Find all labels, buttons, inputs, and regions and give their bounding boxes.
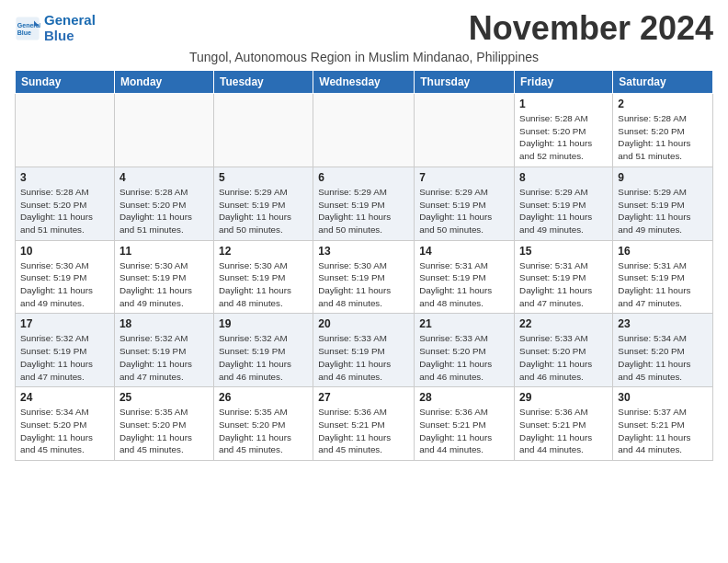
table-cell: 30Sunrise: 5:37 AM Sunset: 5:21 PM Dayli… — [613, 387, 713, 461]
table-cell: 7Sunrise: 5:29 AM Sunset: 5:19 PM Daylig… — [415, 167, 515, 240]
svg-text:Blue: Blue — [17, 29, 31, 36]
day-number: 16 — [618, 245, 708, 258]
day-number: 9 — [618, 171, 708, 184]
day-header-row: Sunday Monday Tuesday Wednesday Thursday… — [16, 71, 713, 94]
table-cell — [415, 94, 515, 167]
table-cell: 28Sunrise: 5:36 AM Sunset: 5:21 PM Dayli… — [415, 387, 515, 461]
table-cell: 16Sunrise: 5:31 AM Sunset: 5:19 PM Dayli… — [613, 240, 713, 314]
table-cell: 12Sunrise: 5:30 AM Sunset: 5:19 PM Dayli… — [213, 240, 313, 314]
week-row-5: 24Sunrise: 5:34 AM Sunset: 5:20 PM Dayli… — [16, 387, 713, 461]
table-cell: 23Sunrise: 5:34 AM Sunset: 5:20 PM Dayli… — [613, 314, 713, 387]
day-info: Sunrise: 5:32 AM Sunset: 5:19 PM Dayligh… — [20, 332, 109, 383]
table-cell: 11Sunrise: 5:30 AM Sunset: 5:19 PM Dayli… — [114, 240, 213, 314]
table-cell: 20Sunrise: 5:33 AM Sunset: 5:19 PM Dayli… — [313, 314, 415, 387]
day-number: 29 — [519, 391, 608, 404]
day-number: 17 — [20, 317, 109, 330]
table-cell: 21Sunrise: 5:33 AM Sunset: 5:20 PM Dayli… — [415, 314, 515, 387]
day-info: Sunrise: 5:28 AM Sunset: 5:20 PM Dayligh… — [519, 112, 608, 163]
day-number: 26 — [219, 391, 308, 404]
subtitle: Tungol, Autonomous Region in Muslim Mind… — [15, 50, 713, 64]
logo: General Blue General Blue — [15, 13, 96, 43]
header: General Blue General Blue November 2024 — [15, 9, 713, 48]
day-number: 24 — [20, 391, 109, 404]
logo-line1: General — [44, 12, 96, 28]
day-info: Sunrise: 5:37 AM Sunset: 5:21 PM Dayligh… — [618, 406, 708, 456]
day-info: Sunrise: 5:32 AM Sunset: 5:19 PM Dayligh… — [119, 332, 209, 383]
table-cell: 26Sunrise: 5:35 AM Sunset: 5:20 PM Dayli… — [213, 387, 313, 461]
day-number: 25 — [119, 391, 209, 404]
day-number: 8 — [519, 171, 608, 184]
header-monday: Monday — [114, 71, 213, 94]
table-cell: 4Sunrise: 5:28 AM Sunset: 5:20 PM Daylig… — [114, 167, 213, 240]
day-number: 21 — [419, 317, 509, 330]
day-number: 30 — [618, 391, 708, 404]
day-number: 27 — [318, 391, 409, 404]
table-cell — [16, 94, 115, 167]
day-info: Sunrise: 5:34 AM Sunset: 5:20 PM Dayligh… — [20, 406, 109, 456]
day-info: Sunrise: 5:28 AM Sunset: 5:20 PM Dayligh… — [20, 186, 109, 236]
header-saturday: Saturday — [613, 71, 713, 94]
table-cell: 5Sunrise: 5:29 AM Sunset: 5:19 PM Daylig… — [213, 167, 313, 240]
table-cell — [313, 94, 415, 167]
table-cell: 27Sunrise: 5:36 AM Sunset: 5:21 PM Dayli… — [313, 387, 415, 461]
logo-icon: General Blue — [15, 16, 40, 41]
day-number: 28 — [419, 391, 509, 404]
week-row-2: 3Sunrise: 5:28 AM Sunset: 5:20 PM Daylig… — [16, 167, 713, 240]
day-info: Sunrise: 5:35 AM Sunset: 5:20 PM Dayligh… — [119, 406, 209, 456]
week-row-4: 17Sunrise: 5:32 AM Sunset: 5:19 PM Dayli… — [16, 314, 713, 387]
day-number: 2 — [618, 98, 708, 110]
day-number: 15 — [519, 245, 608, 258]
day-number: 22 — [519, 317, 608, 330]
table-cell: 2Sunrise: 5:28 AM Sunset: 5:20 PM Daylig… — [613, 94, 713, 167]
table-cell: 6Sunrise: 5:29 AM Sunset: 5:19 PM Daylig… — [313, 167, 415, 240]
day-number: 6 — [318, 171, 409, 184]
header-tuesday: Tuesday — [213, 71, 313, 94]
table-cell — [213, 94, 313, 167]
table-cell: 13Sunrise: 5:30 AM Sunset: 5:19 PM Dayli… — [313, 240, 415, 314]
table-cell: 22Sunrise: 5:33 AM Sunset: 5:20 PM Dayli… — [515, 314, 613, 387]
day-info: Sunrise: 5:36 AM Sunset: 5:21 PM Dayligh… — [318, 406, 409, 456]
day-number: 5 — [219, 171, 308, 184]
day-info: Sunrise: 5:29 AM Sunset: 5:19 PM Dayligh… — [419, 186, 509, 236]
day-number: 13 — [318, 245, 409, 258]
table-cell: 29Sunrise: 5:36 AM Sunset: 5:21 PM Dayli… — [515, 387, 613, 461]
calendar-page: General Blue General Blue November 2024 … — [0, 0, 728, 470]
day-info: Sunrise: 5:30 AM Sunset: 5:19 PM Dayligh… — [119, 259, 209, 310]
logo-line2: Blue — [44, 28, 74, 43]
day-info: Sunrise: 5:31 AM Sunset: 5:19 PM Dayligh… — [618, 259, 708, 310]
day-number: 10 — [20, 245, 109, 258]
svg-rect-0 — [16, 17, 39, 40]
table-cell: 10Sunrise: 5:30 AM Sunset: 5:19 PM Dayli… — [16, 240, 115, 314]
day-number: 1 — [519, 98, 608, 110]
day-info: Sunrise: 5:36 AM Sunset: 5:21 PM Dayligh… — [519, 406, 608, 456]
day-info: Sunrise: 5:28 AM Sunset: 5:20 PM Dayligh… — [618, 112, 708, 163]
header-friday: Friday — [515, 71, 613, 94]
table-cell: 9Sunrise: 5:29 AM Sunset: 5:19 PM Daylig… — [613, 167, 713, 240]
header-wednesday: Wednesday — [313, 71, 415, 94]
day-number: 14 — [419, 245, 509, 258]
day-info: Sunrise: 5:33 AM Sunset: 5:20 PM Dayligh… — [519, 332, 608, 383]
table-cell: 19Sunrise: 5:32 AM Sunset: 5:19 PM Dayli… — [213, 314, 313, 387]
day-info: Sunrise: 5:30 AM Sunset: 5:19 PM Dayligh… — [318, 259, 409, 310]
day-info: Sunrise: 5:35 AM Sunset: 5:20 PM Dayligh… — [219, 406, 308, 456]
table-cell: 17Sunrise: 5:32 AM Sunset: 5:19 PM Dayli… — [16, 314, 115, 387]
day-number: 23 — [618, 317, 708, 330]
table-cell: 3Sunrise: 5:28 AM Sunset: 5:20 PM Daylig… — [16, 167, 115, 240]
day-number: 12 — [219, 245, 308, 258]
header-sunday: Sunday — [16, 71, 115, 94]
day-number: 7 — [419, 171, 509, 184]
day-info: Sunrise: 5:33 AM Sunset: 5:19 PM Dayligh… — [318, 332, 409, 383]
week-row-3: 10Sunrise: 5:30 AM Sunset: 5:19 PM Dayli… — [16, 240, 713, 314]
day-number: 18 — [119, 317, 209, 330]
logo-text: General Blue — [44, 13, 96, 43]
day-info: Sunrise: 5:29 AM Sunset: 5:19 PM Dayligh… — [618, 186, 708, 236]
table-cell: 15Sunrise: 5:31 AM Sunset: 5:19 PM Dayli… — [515, 240, 613, 314]
day-info: Sunrise: 5:31 AM Sunset: 5:19 PM Dayligh… — [419, 259, 509, 310]
table-cell: 24Sunrise: 5:34 AM Sunset: 5:20 PM Dayli… — [16, 387, 115, 461]
table-cell: 18Sunrise: 5:32 AM Sunset: 5:19 PM Dayli… — [114, 314, 213, 387]
day-info: Sunrise: 5:33 AM Sunset: 5:20 PM Dayligh… — [419, 332, 509, 383]
table-cell: 25Sunrise: 5:35 AM Sunset: 5:20 PM Dayli… — [114, 387, 213, 461]
day-info: Sunrise: 5:31 AM Sunset: 5:19 PM Dayligh… — [519, 259, 608, 310]
table-cell: 14Sunrise: 5:31 AM Sunset: 5:19 PM Dayli… — [415, 240, 515, 314]
calendar-body: 1Sunrise: 5:28 AM Sunset: 5:20 PM Daylig… — [16, 94, 713, 461]
